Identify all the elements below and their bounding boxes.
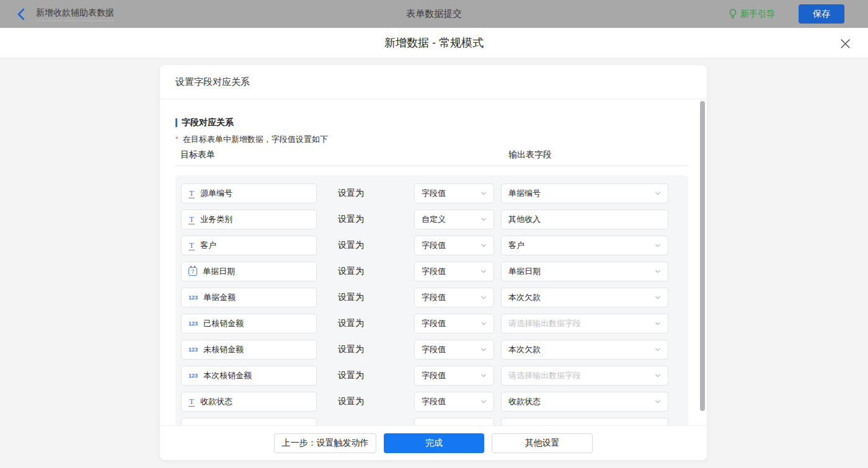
value-mode-selected: 字段值: [422, 292, 446, 303]
target-field-box: 123 本次核销金额: [181, 366, 317, 386]
column-header-output-fields: 输出表字段: [508, 149, 552, 161]
chevron-down-icon: [655, 242, 661, 249]
section-accent-bar: [175, 118, 177, 127]
field-mapping-card: 设置字段对应关系 字段对应关系 * 在目标表单中新增数据，字段值设置如下 目标表…: [160, 65, 707, 460]
value-mode-select[interactable]: 字段值: [414, 288, 494, 307]
value-mode-selected: 字段值: [422, 266, 446, 277]
set-as-label: 设置为: [338, 240, 366, 251]
chevron-down-icon: [655, 425, 661, 425]
value-mode-selected: 字段值: [422, 188, 446, 199]
number-field-icon: 123: [188, 347, 198, 353]
modal-title: 新增数据 - 常规模式: [0, 28, 868, 58]
set-as-label: 设置为: [338, 318, 366, 329]
flow-name-label[interactable]: 新增收款辅助表数据: [36, 7, 114, 21]
value-mode-select[interactable]: 自定义: [414, 210, 494, 229]
target-field-label: 收款状态: [200, 396, 232, 407]
set-as-label: 设置为: [338, 396, 366, 407]
scrollbar-thumb[interactable]: [700, 101, 705, 411]
target-field-label: 单据金额: [203, 292, 236, 303]
previous-step-button[interactable]: 上一步：设置触发动作: [274, 433, 376, 453]
other-settings-button[interactable]: 其他设置: [492, 433, 593, 453]
section-title-label: 字段对应关系: [182, 117, 234, 128]
target-field-box: T 收款状态: [181, 392, 317, 412]
table-row: 123 已核销金额 设置为 字段值 请选择输出数据字段: [181, 314, 688, 333]
table-row: T 源单编号 设置为 字段值 单据编号: [181, 183, 688, 203]
target-field-label: 本次核销金额: [203, 370, 252, 381]
chevron-down-icon: [480, 399, 487, 405]
target-field-label: 客户: [200, 240, 216, 251]
output-field-select[interactable]: 收款状态: [501, 392, 668, 412]
value-mode-selected: 字段值: [422, 396, 446, 407]
table-row: 123 本次核销金额 设置为 字段值 请选择输出数据字段: [181, 366, 688, 386]
output-field-select[interactable]: 请选择输出数据字段: [501, 314, 668, 333]
close-button[interactable]: [838, 37, 852, 50]
output-field-selected: 单据日期: [508, 266, 541, 277]
target-field-box: T 客户: [181, 236, 317, 255]
value-mode-select[interactable]: 字段值: [414, 236, 494, 255]
section-note: * 在目标表单中新增数据，字段值设置如下: [175, 134, 707, 145]
section-title: 字段对应关系: [175, 117, 707, 128]
target-field-box: 123 已核销金额: [181, 314, 317, 333]
output-value-input[interactable]: 其他收入: [501, 210, 668, 229]
modal-body: 设置字段对应关系 字段对应关系 * 在目标表单中新增数据，字段值设置如下 目标表…: [0, 59, 868, 468]
set-as-label: 设置为: [338, 370, 366, 381]
chevron-down-icon: [655, 190, 661, 196]
value-mode-select[interactable]: 字段值: [414, 392, 494, 412]
output-field-select[interactable]: 单据编号: [501, 183, 668, 203]
value-mode-selected: 字段值: [422, 344, 446, 355]
text-field-icon: T: [188, 397, 195, 407]
target-field-box: 123 单据金额: [181, 288, 317, 307]
value-mode-select[interactable]: 字段值: [414, 314, 494, 333]
value-mode-select[interactable]: 字段值: [414, 340, 494, 360]
output-field-select[interactable]: 本次欠款: [501, 288, 668, 307]
close-icon: [840, 38, 851, 49]
beginner-guide-button[interactable]: 新手引导: [728, 9, 775, 20]
table-row: 123 单据金额 设置为 字段值 本次欠款: [181, 288, 688, 307]
chevron-down-icon: [480, 320, 487, 327]
chevron-down-icon: [480, 373, 487, 379]
chevron-down-icon: [655, 373, 661, 379]
output-field-selected: 单据编号: [508, 188, 541, 199]
target-field-label: 未核销金额: [203, 344, 244, 355]
text-field-icon: T: [188, 241, 195, 250]
text-field-icon: T: [188, 215, 195, 224]
output-field-select[interactable]: 单据日期: [501, 262, 668, 281]
chevron-down-icon: [480, 425, 487, 425]
required-asterisk: *: [175, 135, 179, 144]
number-field-icon: 123: [188, 294, 198, 301]
output-field-selected: 客户: [508, 240, 525, 251]
target-field-box: T 业务类别: [181, 210, 317, 229]
set-as-label: 设置为: [338, 214, 366, 225]
table-row-partial: [181, 418, 688, 425]
field-mapping-rows: T 源单编号 设置为 字段值 单据编号 T 业务类别 设置为 自定义: [175, 175, 688, 425]
set-as-label: 设置为: [338, 266, 366, 277]
set-as-label: 设置为: [338, 344, 366, 355]
table-row: T 业务类别 设置为 自定义 其他收入: [181, 210, 688, 229]
target-field-label: 单据日期: [203, 266, 235, 277]
value-mode-select[interactable]: 字段值: [414, 262, 494, 281]
column-header-target-form: 目标表单: [180, 149, 215, 161]
value-mode-select[interactable]: 字段值: [414, 183, 494, 203]
table-row: T 客户 设置为 字段值 客户: [181, 236, 688, 255]
output-field-select[interactable]: [501, 418, 668, 425]
done-button[interactable]: 完成: [384, 433, 484, 453]
output-field-select[interactable]: 本次欠款: [501, 340, 668, 360]
value-mode-selected: 自定义: [422, 214, 446, 225]
lightbulb-icon: [728, 9, 737, 19]
set-as-label: 设置为: [338, 188, 366, 199]
target-field-label: 源单编号: [200, 188, 232, 199]
card-footer: 上一步：设置触发动作 完成 其他设置: [160, 425, 707, 460]
value-mode-select[interactable]: [414, 418, 494, 425]
save-button[interactable]: 保存: [799, 4, 844, 24]
back-button[interactable]: [14, 7, 27, 21]
chevron-down-icon: [480, 242, 487, 249]
output-field-select[interactable]: 请选择输出数据字段: [501, 366, 668, 386]
output-field-selected: 请选择输出数据字段: [508, 318, 581, 329]
value-mode-select[interactable]: 字段值: [414, 366, 494, 386]
table-row: 123 未核销金额 设置为 字段值 本次欠款: [181, 340, 688, 360]
back-chevron-icon: [17, 8, 25, 20]
output-field-select[interactable]: 客户: [501, 236, 668, 255]
table-row: T 收款状态 设置为 字段值 收款状态: [181, 392, 688, 412]
output-field-selected: 收款状态: [508, 396, 541, 407]
chevron-down-icon: [655, 320, 661, 327]
